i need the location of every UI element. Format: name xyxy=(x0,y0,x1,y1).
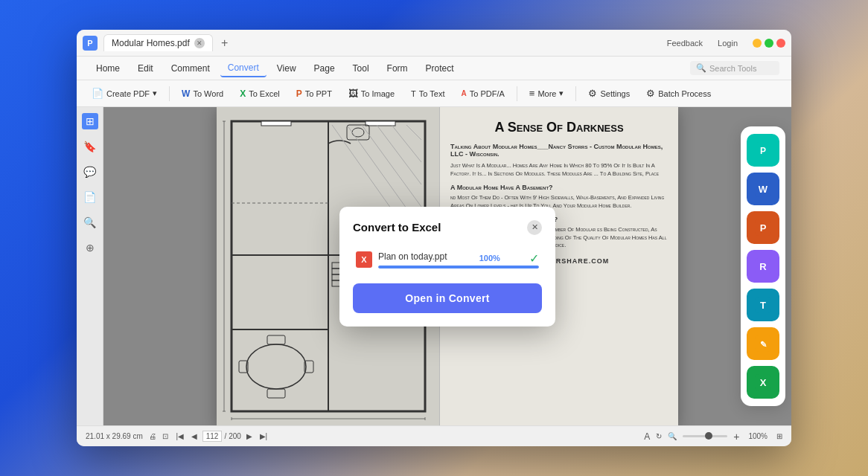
total-pages: 200 xyxy=(229,432,241,440)
zoom-out-icon[interactable]: 🔍 xyxy=(668,432,677,440)
to-ppt-label: To PPT xyxy=(305,89,332,98)
document-view: A Sense Of Darkness Talking About Modula… xyxy=(103,107,791,425)
to-text-button[interactable]: T To Text xyxy=(405,86,450,101)
prev-page-button[interactable]: ◀ xyxy=(188,431,200,443)
status-bar: 21.01 x 29.69 cm 🖨 ⊡ |◀ ◀ 112 / 200 ▶ ▶|… xyxy=(77,425,791,446)
app-window: P Modular Homes.pdf ✕ + Feedback Login H… xyxy=(77,30,791,446)
sidebar-bookmark-icon[interactable]: 🔖 xyxy=(82,138,98,155)
create-pdf-icon: 📄 xyxy=(92,88,103,99)
close-button[interactable] xyxy=(776,39,785,48)
to-pdfa-button[interactable]: A To PDF/A xyxy=(456,86,511,101)
zoom-slider[interactable] xyxy=(683,435,727,437)
zoom-plus-icon[interactable]: + xyxy=(733,431,739,443)
fit-width-icon[interactable]: ⊞ xyxy=(776,432,782,440)
menu-view[interactable]: View xyxy=(269,60,304,77)
print-icon[interactable]: 🖨 xyxy=(149,432,156,440)
create-pdf-button[interactable]: 📄 Create PDF ▾ xyxy=(86,85,163,102)
to-excel-icon: X xyxy=(240,89,246,99)
to-pdfa-icon: A xyxy=(462,89,467,97)
feedback-button[interactable]: Feedback xyxy=(663,37,707,49)
progress-bar-fill xyxy=(378,266,539,268)
settings-button[interactable]: ⚙ Settings xyxy=(582,85,636,102)
menu-edit[interactable]: Edit xyxy=(130,60,161,77)
file-name: Plan on today.ppt xyxy=(378,251,447,262)
menu-comment[interactable]: Comment xyxy=(164,60,217,77)
window-controls xyxy=(753,39,785,48)
more-label: More xyxy=(537,89,556,98)
login-button[interactable]: Login xyxy=(713,37,742,49)
file-info: Plan on today.ppt 100% ✓ xyxy=(378,251,539,268)
to-excel-button[interactable]: X To Excel xyxy=(234,86,286,102)
done-checkmark-icon: ✓ xyxy=(529,251,539,266)
active-tab[interactable]: Modular Homes.pdf ✕ xyxy=(103,34,213,51)
sidebar-comment-icon[interactable]: 💬 xyxy=(82,164,98,180)
sidebar-thumbnail-icon[interactable]: ⊞ xyxy=(82,113,98,129)
to-text-label: To Text xyxy=(419,89,445,98)
to-text-icon: T xyxy=(411,89,416,98)
dialog-title: Convert to Excel xyxy=(353,221,441,234)
to-pdfa-label: To PDF/A xyxy=(470,89,505,98)
to-image-button[interactable]: 🖼 To Image xyxy=(342,85,401,102)
app-logo: P xyxy=(83,36,98,51)
page-separator: / xyxy=(224,432,226,440)
rotate-icon[interactable]: ↻ xyxy=(656,432,662,440)
tab-title: Modular Homes.pdf xyxy=(112,38,190,48)
to-word-label: To Word xyxy=(193,89,223,98)
next-page-button[interactable]: ▶ xyxy=(243,431,255,443)
batch-process-button[interactable]: ⚙ Batch Process xyxy=(640,85,717,102)
sidebar-layers-icon[interactable]: ⊕ xyxy=(82,239,98,256)
title-bar-actions: Feedback Login xyxy=(663,37,785,49)
file-type-icon: X xyxy=(356,251,372,268)
more-button[interactable]: ≡ More ▾ xyxy=(523,85,570,102)
more-icon: ≡ xyxy=(529,88,535,99)
page-navigation: |◀ ◀ 112 / 200 ▶ ▶| xyxy=(174,431,269,443)
progress-percent: 100% xyxy=(479,254,500,263)
to-image-icon: 🖼 xyxy=(348,88,358,99)
menu-convert[interactable]: Convert xyxy=(220,60,267,77)
toolbar-separator-1 xyxy=(169,86,170,101)
search-placeholder: Search Tools xyxy=(709,64,756,73)
menu-home[interactable]: Home xyxy=(89,60,127,77)
maximize-button[interactable] xyxy=(765,39,773,48)
menu-protect[interactable]: Protect xyxy=(418,60,462,77)
last-page-button[interactable]: ▶| xyxy=(258,431,269,443)
convert-to-excel-dialog: Convert to Excel ✕ X Plan on today.ppt 1… xyxy=(339,207,555,327)
zoom-level: 100% xyxy=(748,432,768,440)
menu-form[interactable]: Form xyxy=(380,60,415,77)
menu-bar: Home Edit Comment Convert View Page Tool… xyxy=(77,57,791,80)
fit-page-icon[interactable]: ⊡ xyxy=(162,432,168,440)
create-pdf-dropdown-icon: ▾ xyxy=(153,89,157,98)
tab-close-btn[interactable]: ✕ xyxy=(194,38,205,48)
settings-icon: ⚙ xyxy=(588,88,597,99)
search-tools-input[interactable]: 🔍 Search Tools xyxy=(690,61,779,75)
toolbar-separator-2 xyxy=(517,86,517,101)
menu-tool[interactable]: Tool xyxy=(345,60,377,77)
current-page[interactable]: 112 xyxy=(202,431,223,442)
file-row: X Plan on today.ppt 100% ✓ xyxy=(353,247,542,273)
to-word-icon: W xyxy=(182,89,190,99)
menu-page[interactable]: Page xyxy=(307,60,342,77)
toolbar-separator-3 xyxy=(575,86,576,101)
batch-process-icon: ⚙ xyxy=(646,88,655,99)
left-sidebar: ⊞ 🔖 💬 📄 🔍 ⊕ xyxy=(77,107,103,425)
dialog-close-button[interactable]: ✕ xyxy=(527,220,542,235)
to-ppt-button[interactable]: P To PPT xyxy=(290,86,338,102)
new-tab-button[interactable]: + xyxy=(216,34,234,52)
sidebar-page-icon[interactable]: 📄 xyxy=(82,189,98,205)
sidebar-search-icon[interactable]: 🔍 xyxy=(82,214,98,231)
search-icon: 🔍 xyxy=(696,63,706,73)
progress-bar-background xyxy=(378,266,539,268)
dialog-overlay: Convert to Excel ✕ X Plan on today.ppt 1… xyxy=(103,107,791,425)
minimize-button[interactable] xyxy=(753,39,762,48)
to-ppt-icon: P xyxy=(296,89,302,99)
dialog-header: Convert to Excel ✕ xyxy=(353,220,542,235)
main-area: ⊞ 🔖 💬 📄 🔍 ⊕ xyxy=(77,107,791,425)
first-page-button[interactable]: |◀ xyxy=(174,431,186,443)
page-dimensions: 21.01 x 29.69 cm xyxy=(86,432,143,440)
page-size-icon[interactable]: A xyxy=(644,431,650,442)
to-word-button[interactable]: W To Word xyxy=(176,86,229,102)
create-pdf-label: Create PDF xyxy=(106,89,150,98)
open-in-convert-button[interactable]: Open in Convert xyxy=(353,283,542,313)
settings-label: Settings xyxy=(600,89,630,98)
toolbar: 📄 Create PDF ▾ W To Word X To Excel P To… xyxy=(77,80,791,107)
